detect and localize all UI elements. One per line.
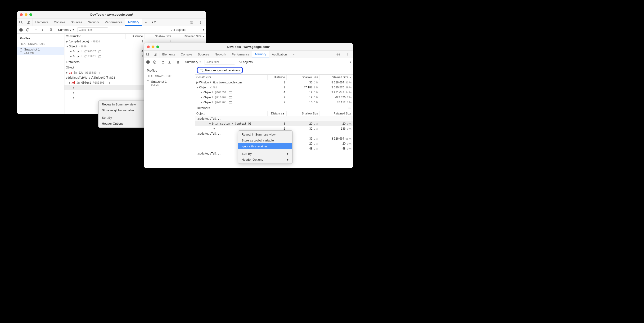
tab-network[interactable]: Network	[85, 19, 102, 26]
view-summary-label: Summary	[58, 28, 71, 32]
upload-icon[interactable]	[160, 60, 166, 65]
tab-memory[interactable]: Memory	[125, 19, 142, 26]
retcol-shallow[interactable]: Shallow Size	[286, 111, 320, 116]
tab-elements[interactable]: Elements	[160, 51, 178, 58]
object-link-icon	[229, 92, 232, 94]
snapshot-size: 9.3 MB	[151, 83, 192, 86]
object-link-icon	[107, 82, 110, 84]
retcol-retained[interactable]: Retained Size	[320, 111, 353, 116]
col-retained[interactable]: Retained Size ▼	[173, 34, 206, 39]
close-dot-icon[interactable]	[20, 13, 23, 16]
col-constructor[interactable]: Constructor	[195, 75, 268, 80]
record-icon[interactable]	[146, 60, 151, 65]
col-distance[interactable]: Distance	[268, 75, 286, 80]
clear-icon[interactable]	[25, 27, 30, 33]
restore-retainers-label: Restore ignored retainers	[205, 69, 240, 72]
sidebar: Profiles HEAP SNAPSHOTS Snapshot 1 13.6 …	[17, 34, 64, 114]
settings-gear-icon[interactable]	[188, 20, 195, 24]
snapshot-size: 13.6 MB	[24, 51, 62, 54]
kebab-menu-icon[interactable]: ⋮	[196, 20, 204, 24]
col-shallow[interactable]: Shallow Size	[144, 34, 173, 39]
tab-network[interactable]: Network	[212, 51, 229, 58]
ctx-sort[interactable]: Sort By▸	[238, 150, 292, 157]
heap-snapshots-header: HEAP SNAPSHOTS	[144, 73, 195, 79]
zoom-dot-icon[interactable]	[156, 46, 159, 48]
inspect-icon[interactable]	[17, 19, 25, 26]
class-filter-input[interactable]	[204, 60, 235, 65]
snapshot-icon	[146, 80, 150, 84]
inspect-icon[interactable]	[144, 51, 152, 58]
download-icon[interactable]	[40, 27, 45, 33]
ctx-ignore-retainer[interactable]: Ignore this retainer	[238, 143, 292, 149]
ctx-store[interactable]: Store as global variable	[238, 137, 292, 143]
tab-performance[interactable]: Performance	[102, 19, 125, 26]
issues-badge[interactable]: ▲ 2	[150, 19, 157, 26]
view-summary-dropdown[interactable]: Summary ▼	[184, 60, 203, 64]
hamburger-icon[interactable]: ☰	[348, 106, 351, 110]
window-title: DevTools - www.google.com/	[144, 45, 353, 49]
profiles-header: Profiles	[17, 36, 64, 41]
table-row[interactable]: ▶Object @461651 4 120 % 2 251 04824 %	[195, 90, 353, 95]
table-row[interactable]: ▼Object ×1782 2 47 1881 % 3 580 57639 %	[195, 85, 353, 90]
close-dot-icon[interactable]	[147, 46, 150, 48]
svg-rect-0	[20, 21, 22, 23]
tab-application[interactable]: Application	[269, 51, 290, 58]
tab-elements[interactable]: Elements	[32, 19, 51, 26]
retcol-distance[interactable]: Distance▲	[268, 111, 286, 116]
snapshot-name: Snapshot 1	[151, 80, 192, 83]
snapshot-item[interactable]: Snapshot 1 9.3 MB	[144, 79, 195, 87]
scope-dropdown[interactable]: All objects	[170, 28, 187, 32]
view-summary-dropdown[interactable]: Summary ▼	[56, 28, 76, 32]
col-retained[interactable]: Retained Size ▼	[320, 75, 353, 80]
restore-retainers-button[interactable]: Restore ignored retainers	[197, 67, 243, 74]
object-link-icon	[229, 101, 232, 104]
table-row[interactable]: ▶Object @216867 2 120 % 622 3767 %	[195, 95, 353, 100]
clear-icon[interactable]	[152, 60, 157, 65]
tab-sources[interactable]: Sources	[195, 51, 212, 58]
col-distance[interactable]: Distance	[126, 34, 144, 39]
snapshot-item[interactable]: Snapshot 1 13.6 MB	[17, 47, 64, 55]
tab-console[interactable]: Console	[178, 51, 195, 58]
kebab-menu-icon[interactable]: ⋮	[344, 53, 351, 56]
col-constructor[interactable]: Constructor	[64, 34, 126, 39]
sidebar: Profiles HEAP SNAPSHOTS Snapshot 1 9.3 M…	[144, 66, 195, 168]
ctx-reveal[interactable]: Reveal in Summary view	[238, 132, 292, 137]
zoom-dot-icon[interactable]	[29, 13, 32, 16]
delete-icon[interactable]	[48, 27, 54, 33]
svg-point-12	[147, 61, 149, 63]
retainers-header: Retainers☰	[195, 105, 353, 111]
device-toolbar-icon[interactable]	[25, 19, 32, 26]
record-icon[interactable]	[18, 27, 24, 33]
col-shallow[interactable]: Shallow Size	[286, 75, 320, 80]
table-row[interactable]: ▶Object @241763 2 160 % 87 1121 %	[195, 100, 353, 105]
class-filter-input[interactable]	[77, 28, 108, 32]
filter-remove-icon	[200, 68, 204, 72]
object-link-icon	[99, 72, 102, 74]
minimize-dot-icon[interactable]	[152, 46, 154, 48]
device-toolbar-icon[interactable]	[152, 51, 159, 58]
ctx-header[interactable]: Header Options▸	[238, 157, 292, 163]
minimize-dot-icon[interactable]	[25, 13, 28, 16]
svg-point-3	[191, 22, 192, 23]
settings-gear-icon[interactable]	[334, 53, 342, 56]
tab-memory[interactable]: Memory	[252, 51, 269, 58]
memory-toolbar: Summary ▼ All objects ▼	[17, 26, 206, 34]
snapshot-icon	[20, 48, 23, 52]
delete-icon[interactable]	[175, 60, 180, 65]
tab-console[interactable]: Console	[51, 19, 68, 26]
context-menu-right: Reveal in Summary view Store as global v…	[238, 130, 292, 164]
table-row[interactable]: ▶Window / https://www.google.com 1 360 %…	[195, 80, 353, 85]
scope-dropdown[interactable]: All objects	[237, 60, 254, 64]
retcol-object[interactable]: Object	[195, 111, 268, 116]
upload-icon[interactable]	[34, 27, 38, 33]
tab-bar: Elements Console Sources Network Perform…	[144, 51, 353, 58]
issues-count: 2	[154, 20, 156, 24]
retainer-stack[interactable]: ,qddgKe,sTsD...	[195, 116, 353, 121]
tabs-overflow-icon[interactable]: »	[290, 51, 297, 58]
object-link-icon	[229, 97, 232, 99]
tab-performance[interactable]: Performance	[229, 51, 252, 58]
retainer-row[interactable]: ▼b in system / Context @? 3 200 % 200 %	[195, 121, 353, 126]
download-icon[interactable]	[167, 60, 172, 65]
tabs-overflow-icon[interactable]: »	[142, 19, 150, 26]
tab-sources[interactable]: Sources	[68, 19, 85, 26]
